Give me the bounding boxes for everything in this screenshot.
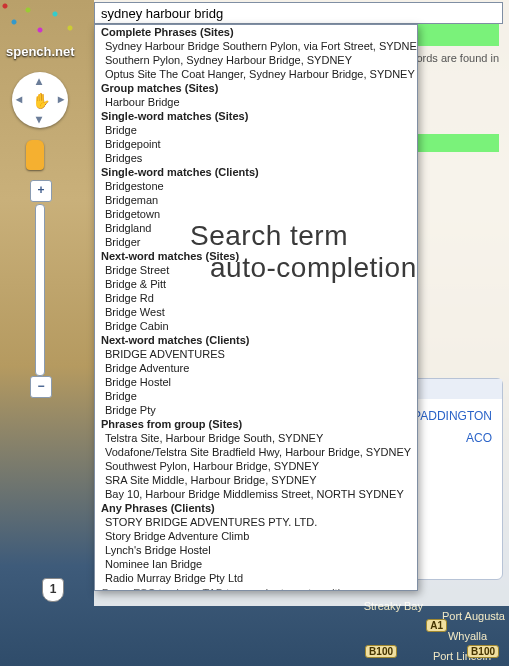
zoom-in-button[interactable]: +: [30, 180, 52, 202]
map-place-label: Port Augusta: [442, 610, 505, 622]
ac-item[interactable]: Bridgestone: [95, 179, 417, 193]
ac-item[interactable]: Story Bridge Adventure Climb: [95, 529, 417, 543]
ac-item[interactable]: Southern Pylon, Sydney Harbour Bridge, S…: [95, 53, 417, 67]
result-cell[interactable]: ACO: [466, 431, 492, 445]
ac-item[interactable]: Vodafone/Telstra Site Bradfield Hwy, Har…: [95, 445, 417, 459]
result-cell[interactable]: PADDINGTON: [413, 409, 492, 423]
pan-left-icon[interactable]: ◂: [16, 92, 22, 106]
pan-down-icon[interactable]: ▾: [36, 112, 42, 126]
ac-item[interactable]: SRA Site Middle, Harbour Bridge, SYDNEY: [95, 473, 417, 487]
ac-item[interactable]: Bridge: [95, 123, 417, 137]
ac-item[interactable]: Bridge: [95, 389, 417, 403]
ac-item[interactable]: Bridge Hostel: [95, 375, 417, 389]
ac-item[interactable]: BRIDGE ADVENTURES: [95, 347, 417, 361]
ac-item[interactable]: STORY BRIDGE ADVENTURES PTY. LTD.: [95, 515, 417, 529]
ac-group-header: Next-word matches (Clients): [95, 333, 417, 347]
ac-item[interactable]: Sydney Harbour Bridge Southern Pylon, vi…: [95, 39, 417, 53]
ac-item[interactable]: Optus Site The Coat Hanger, Sydney Harbo…: [95, 67, 417, 81]
ac-item[interactable]: Lynch's Bridge Hostel: [95, 543, 417, 557]
ac-item[interactable]: Bridge Pty: [95, 403, 417, 417]
ac-item[interactable]: Bridges: [95, 151, 417, 165]
caption-line: auto-completion: [210, 252, 417, 284]
road-label: B100: [365, 645, 397, 658]
ac-item[interactable]: Bridgetown: [95, 207, 417, 221]
pegman-icon[interactable]: [26, 140, 44, 170]
ac-group-header: Single-word matches (Sites): [95, 109, 417, 123]
route-shield: 1: [42, 578, 64, 602]
ac-item[interactable]: Bridgepoint: [95, 137, 417, 151]
pan-up-icon[interactable]: ▴: [36, 74, 42, 88]
ac-group-header: Complete Phrases (Sites): [95, 25, 417, 39]
ac-item[interactable]: Bridge Adventure: [95, 361, 417, 375]
zoom-slider[interactable]: [35, 204, 45, 376]
ac-item[interactable]: Bridge West: [95, 305, 417, 319]
ac-item[interactable]: Bay 10, Harbour Bridge Middlemiss Street…: [95, 487, 417, 501]
overlay-caption: Search term auto-completion: [190, 220, 417, 284]
ac-item[interactable]: Nominee Ian Bridge: [95, 557, 417, 571]
ac-item[interactable]: Bridge Cabin: [95, 319, 417, 333]
pan-control[interactable]: ▴ ▾ ◂ ▸ ✋: [12, 72, 68, 128]
hand-icon[interactable]: ✋: [32, 92, 51, 110]
ac-item[interactable]: Bridgeman: [95, 193, 417, 207]
zoom-control: + −: [30, 180, 50, 400]
autocomplete-dropdown: Complete Phrases (Sites)Sydney Harbour B…: [94, 24, 418, 591]
ac-group-header: Any Phrases (Clients): [95, 501, 417, 515]
zoom-out-button[interactable]: −: [30, 376, 52, 398]
ac-item[interactable]: Southwest Pylon, Harbour Bridge, SYDNEY: [95, 459, 417, 473]
ac-group-header: Group matches (Sites): [95, 81, 417, 95]
search-input[interactable]: [94, 2, 503, 24]
ac-hint: Press ESC to close, TAB to search at car…: [95, 585, 417, 591]
caption-line: Search term: [190, 220, 417, 252]
search-wrapper: [94, 2, 503, 24]
site-logo: spench.net: [6, 44, 75, 59]
ac-item[interactable]: Harbour Bridge: [95, 95, 417, 109]
ac-group-header: Single-word matches (Clients): [95, 165, 417, 179]
road-label: B100: [467, 645, 499, 658]
ac-item[interactable]: Bridge Rd: [95, 291, 417, 305]
ac-group-header: Phrases from group (Sites): [95, 417, 417, 431]
road-label: A1: [426, 619, 447, 632]
pan-right-icon[interactable]: ▸: [58, 92, 64, 106]
map-place-label: Whyalla: [448, 630, 487, 642]
ac-item[interactable]: Radio Murray Bridge Pty Ltd: [95, 571, 417, 585]
ac-item[interactable]: Telstra Site, Harbour Bridge South, SYDN…: [95, 431, 417, 445]
